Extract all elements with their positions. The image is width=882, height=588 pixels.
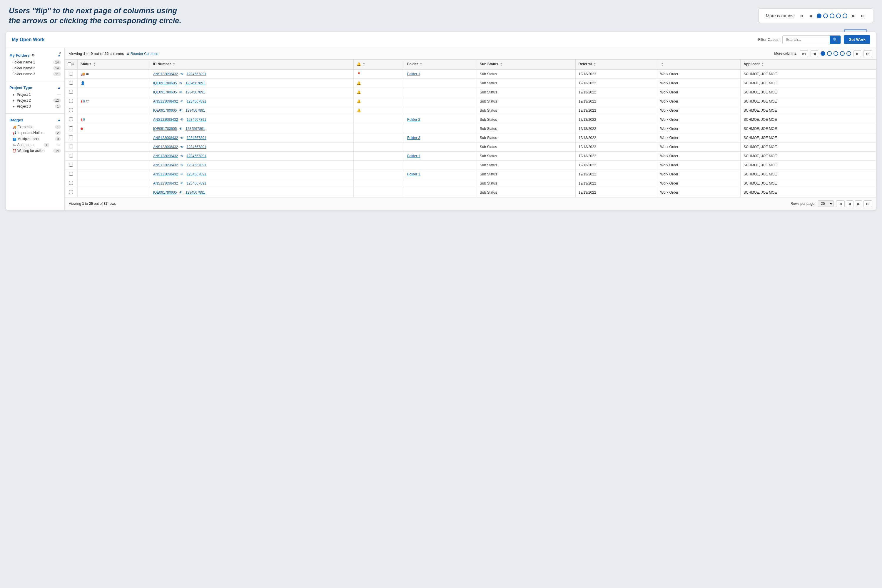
circle-1-demo[interactable] [817, 14, 822, 18]
row-checkbox[interactable] [69, 72, 73, 75]
sidebar-close-button[interactable]: × [59, 50, 62, 56]
folder-link[interactable]: Folder 1 [407, 154, 420, 158]
header-referral[interactable]: Referral ▲▼ [575, 60, 657, 69]
col-circle-2[interactable] [827, 51, 832, 56]
next-page-btn-demo[interactable]: ▶ [851, 13, 856, 18]
sidebar-project-header[interactable]: Project Type ▲ [9, 86, 61, 90]
sidebar-badge-another[interactable]: 🏷 Another tag 1 ↔ [9, 142, 61, 148]
id-link[interactable]: 1234567891 [187, 136, 206, 140]
row-checkbox[interactable] [69, 172, 73, 176]
id-link[interactable]: 1234567891 [187, 163, 206, 167]
header-id-number[interactable]: ID Number ▲▼ [150, 60, 353, 69]
id-link[interactable]: 1234567891 [187, 99, 206, 104]
ans-link[interactable]: ANS123098432 [153, 154, 178, 158]
prev-page-btn-demo[interactable]: ◀ [808, 13, 813, 18]
footer-first-btn[interactable]: ⏮ [836, 200, 844, 207]
select-all-checkbox[interactable] [68, 62, 71, 66]
first-col-btn[interactable]: ⏮ [800, 50, 808, 57]
header-sub-status[interactable]: Sub Status ▲▼ [476, 60, 575, 69]
footer-prev-btn[interactable]: ◀ [846, 200, 853, 207]
eye-icon[interactable]: 👁 [180, 99, 184, 104]
id-link[interactable]: 1234567891 [187, 145, 206, 149]
sidebar-badge-important[interactable]: 📢 Important Notice 2 [9, 130, 61, 136]
id-link[interactable]: 1234567891 [185, 108, 205, 112]
ans-link[interactable]: ANS123098432 [153, 99, 178, 104]
ans-link[interactable]: ANS123098432 [153, 117, 178, 122]
header-extra[interactable]: ▲▼ [657, 60, 741, 69]
sidebar-badge-multiple[interactable]: 👥 Multiple users 3 [9, 136, 61, 142]
folder-link[interactable]: Folder 2 [407, 117, 420, 122]
next-col-btn[interactable]: ▶ [853, 50, 861, 57]
badges-chevron-icon[interactable]: ▲ [57, 118, 61, 122]
eye-icon[interactable]: 👁 [180, 163, 184, 167]
eye-icon[interactable]: 👁 [179, 108, 183, 112]
row-checkbox[interactable] [69, 108, 73, 112]
header-bell[interactable]: 🔔 ▲▼ [353, 60, 404, 69]
header-status[interactable]: Status ▲▼ [78, 60, 150, 69]
folder-link[interactable]: Folder 1 [407, 72, 420, 76]
ans-link[interactable]: ANS123098432 [153, 72, 178, 76]
ans-link[interactable]: IQE091780605 [153, 81, 177, 85]
sidebar-item-project3[interactable]: ► Project 3 1 [9, 104, 61, 110]
sidebar-item-project1[interactable]: ► Project 1 [9, 92, 61, 98]
header-folder[interactable]: Folder ▲▼ [404, 60, 477, 69]
id-link[interactable]: 1234567891 [185, 90, 205, 94]
id-link[interactable]: 1234567891 [187, 181, 206, 185]
last-col-btn[interactable]: ⏭ [864, 50, 872, 57]
eye-icon[interactable]: 👁 [179, 81, 183, 85]
circle-2-demo[interactable] [823, 14, 828, 18]
ans-link[interactable]: ANS123098432 [153, 172, 178, 176]
id-link[interactable]: 1234567891 [187, 72, 206, 76]
col-circle-4[interactable] [840, 51, 844, 56]
row-checkbox[interactable] [69, 81, 73, 85]
eye-icon[interactable]: 👁 [180, 72, 184, 76]
search-button[interactable]: 🔍 [830, 36, 841, 44]
sidebar-badges-header[interactable]: Badges ▲ [9, 118, 61, 122]
eye-icon[interactable]: 👁 [180, 117, 184, 122]
row-checkbox[interactable] [69, 117, 73, 121]
ans-link[interactable]: ANS123098432 [153, 181, 178, 185]
resize-handle-icon[interactable]: ↔ [57, 143, 61, 147]
eye-icon[interactable]: 👁 [180, 145, 184, 149]
eye-icon[interactable]: 👁 [179, 90, 183, 94]
last-page-btn-demo[interactable]: ⏭ [859, 13, 866, 18]
folder-link[interactable]: Folder 1 [407, 172, 420, 176]
sidebar-item-project2[interactable]: ► Project 2 12 [9, 98, 61, 104]
row-checkbox[interactable] [69, 163, 73, 166]
eye-icon[interactable]: 👁 [180, 136, 184, 140]
first-page-btn-demo[interactable]: ⏮ [798, 13, 804, 18]
col-circle-1[interactable] [820, 51, 825, 56]
sidebar-item-folder1[interactable]: Folder name 1 14 [9, 59, 61, 65]
footer-last-btn[interactable]: ⏭ [864, 200, 872, 207]
col-circle-5[interactable] [846, 51, 851, 56]
id-link[interactable]: 1234567891 [187, 172, 206, 176]
header-applicant[interactable]: Applicant ▲▼ [741, 60, 876, 69]
projects-chevron-icon[interactable]: ▲ [57, 86, 61, 90]
ans-link[interactable]: IQE091780605 [153, 127, 177, 131]
footer-next-btn[interactable]: ▶ [855, 200, 862, 207]
ans-link[interactable]: IQE091780605 [153, 90, 177, 94]
eye-icon[interactable]: 👁 [180, 181, 184, 185]
id-link[interactable]: 1234567891 [185, 127, 205, 131]
eye-icon[interactable]: 👁 [179, 190, 183, 195]
row-checkbox[interactable] [69, 126, 73, 130]
ans-link[interactable]: IQE091780605 [153, 190, 177, 195]
id-link[interactable]: 1234567891 [187, 154, 206, 158]
id-link[interactable]: 1234567891 [185, 81, 205, 85]
sidebar-badge-extradited[interactable]: 🚚 Extradited 1 [9, 124, 61, 130]
sidebar-item-folder3[interactable]: Folder name 3 11 [9, 71, 61, 77]
rows-per-page-select[interactable]: 25 50 100 [817, 200, 834, 207]
eye-icon[interactable]: 👁 [179, 127, 183, 131]
ans-link[interactable]: ANS123098432 [153, 163, 178, 167]
row-checkbox[interactable] [69, 90, 73, 94]
ans-link[interactable]: ANS123098432 [153, 145, 178, 149]
ans-link[interactable]: ANS123098432 [153, 136, 178, 140]
sidebar-folders-header[interactable]: My Folders ⚙ ▲ [9, 53, 61, 58]
circle-4-demo[interactable] [836, 14, 841, 18]
eye-icon[interactable]: 👁 [180, 172, 184, 176]
prev-col-btn[interactable]: ◀ [811, 50, 818, 57]
id-link[interactable]: 1234567891 [187, 117, 206, 122]
get-work-button[interactable]: Get Work [844, 35, 870, 44]
search-input[interactable] [783, 36, 830, 44]
ans-link[interactable]: IQE091780605 [153, 108, 177, 112]
